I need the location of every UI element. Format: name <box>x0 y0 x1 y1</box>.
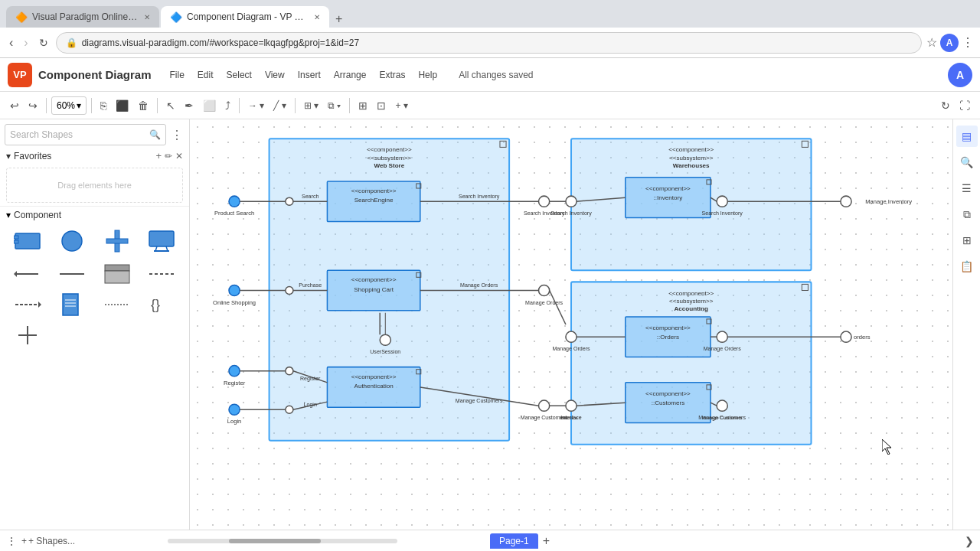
arrange-tool[interactable]: ⧉ ▾ <box>324 98 345 113</box>
menu-select[interactable]: Select <box>220 67 258 83</box>
svg-point-91 <box>566 400 577 411</box>
refresh-button[interactable]: ↻ <box>937 97 954 114</box>
lock-icon: 🔒 <box>66 37 77 48</box>
bookmark-button[interactable]: ☆ <box>926 34 937 52</box>
add-icon: + <box>21 536 27 546</box>
shape-uml[interactable] <box>96 260 139 288</box>
undo-button[interactable]: ↩ <box>6 97 23 114</box>
bottom-options-btn[interactable]: ⋮ <box>6 535 17 547</box>
shape-dashes[interactable] <box>140 260 183 288</box>
stencils-panel-button[interactable]: ⊞ <box>956 230 978 251</box>
svg-point-3 <box>62 231 82 251</box>
svg-text:<<component>>: <<component>> <box>645 390 691 397</box>
svg-text:Warehouses: Warehouses <box>673 162 710 169</box>
shape-doc[interactable] <box>51 291 93 318</box>
tab-close-1[interactable]: ✕ <box>144 13 150 21</box>
tab-close-2[interactable]: ✕ <box>314 13 320 21</box>
zoom-selector[interactable]: 60% ▾ <box>51 96 87 115</box>
favorites-drop-zone: Drag elements here <box>6 168 183 203</box>
shape-line[interactable] <box>51 260 93 288</box>
rect-tool[interactable]: ⬜ <box>199 97 220 114</box>
reload-button[interactable]: ↻ <box>36 34 51 52</box>
shape-arrow-left[interactable] <box>6 260 49 288</box>
svg-text:::Inventory: ::Inventory <box>654 194 684 201</box>
url-bar[interactable]: 🔒 diagrams.visual-paradigm.com/#workspac… <box>56 32 922 54</box>
add-favorite-button[interactable]: + <box>155 150 162 161</box>
chevron-down-icon-2: ▾ <box>6 210 11 220</box>
delete-button[interactable]: 🗑 <box>134 97 152 114</box>
fullscreen-button[interactable]: ⛶ <box>956 97 974 114</box>
menu-bar: File Edit Select View Insert Arrange Ext… <box>164 67 444 83</box>
arrow-tool[interactable]: → ▾ <box>244 98 268 113</box>
add-tool[interactable]: + ▾ <box>391 98 411 113</box>
templates-panel-button[interactable]: 📋 <box>956 256 978 277</box>
waypoint-tool[interactable]: ⊞ ▾ <box>300 98 322 113</box>
main-layout: Search Shapes 🔍 ⋮ ▾ Favorites + ✏ ✕ Drag… <box>0 119 980 530</box>
search-container[interactable]: Search Shapes 🔍 <box>5 124 166 145</box>
paste-button[interactable]: ⬛ <box>112 97 132 114</box>
connect-tool[interactable]: ⤴ <box>221 97 234 114</box>
line-style-tool[interactable]: ╱ ▾ <box>270 98 289 113</box>
menu-extras[interactable]: Extras <box>373 67 411 83</box>
canvas-area[interactable]: <<component>> <<subsystem>> Web Store <<… <box>190 119 952 530</box>
format-panel-button[interactable]: ▤ <box>956 126 978 147</box>
properties-panel-button[interactable]: ☰ <box>956 178 978 199</box>
grid-tool[interactable]: ⊞ <box>354 97 371 114</box>
shape-curly-braces[interactable]: {} <box>140 291 183 318</box>
shapes-btn[interactable]: + + Shapes... <box>21 536 75 546</box>
svg-point-83 <box>539 285 550 295</box>
close-favorite-button[interactable]: ✕ <box>175 150 183 161</box>
shape-cross[interactable] <box>96 225 139 257</box>
svg-text:Manage Orders: Manage Orders <box>552 346 590 352</box>
horizontal-scrollbar[interactable] <box>168 539 397 543</box>
search-panel-button[interactable]: 🔍 <box>956 152 978 173</box>
tab-component-diagram[interactable]: 🔷 Component Diagram - VP Online ✕ <box>161 6 329 28</box>
svg-text:<<component>>: <<component>> <box>645 185 691 192</box>
add-page-btn[interactable]: + <box>543 534 550 548</box>
menu-button[interactable]: ⋮ <box>962 34 974 52</box>
menu-insert[interactable]: Insert <box>292 67 327 83</box>
svg-point-77 <box>539 196 550 207</box>
pen-tool[interactable]: ✒ <box>181 97 198 114</box>
user-profile-button[interactable]: A <box>940 34 959 52</box>
user-avatar[interactable]: A <box>948 63 972 87</box>
fit-tool[interactable]: ⊡ <box>373 97 390 114</box>
shape-arrow-right-dbl[interactable] <box>6 291 49 318</box>
shape-sphere[interactable] <box>51 225 93 257</box>
shape-plus-cross[interactable] <box>6 321 49 349</box>
new-tab-button[interactable]: + <box>331 12 347 26</box>
panel-menu-button[interactable]: ⋮ <box>169 126 185 144</box>
expand-panel-btn[interactable]: ❯ <box>965 535 974 547</box>
svg-text:Register: Register <box>300 376 321 382</box>
copy-button[interactable]: ⎘ <box>96 97 110 114</box>
redo-button[interactable]: ↪ <box>24 97 41 114</box>
toolbar-separator-5 <box>295 98 296 113</box>
app-title: Component Diagram <box>38 68 152 81</box>
svg-point-87 <box>717 331 727 342</box>
shape-monitor[interactable] <box>140 225 183 257</box>
svg-rect-6 <box>149 231 174 246</box>
menu-file[interactable]: File <box>164 67 191 83</box>
favorites-header[interactable]: ▾ Favorites + ✏ ✕ <box>0 147 189 165</box>
svg-point-118 <box>286 367 293 375</box>
layers-panel-button[interactable]: ⧉ <box>956 204 978 225</box>
svg-text:Search Inventory: Search Inventory <box>702 210 743 217</box>
menu-edit[interactable]: Edit <box>191 67 220 83</box>
nav-bar: ‹ › ↻ 🔒 diagrams.visual-paradigm.com/#wo… <box>0 28 980 58</box>
menu-help[interactable]: Help <box>412 67 443 83</box>
menu-view[interactable]: View <box>259 67 291 83</box>
back-button[interactable]: ‹ <box>6 33 16 53</box>
shape-component-rect[interactable] <box>6 225 49 257</box>
svg-point-98 <box>286 197 293 205</box>
component-section: ▾ Component <box>0 206 189 350</box>
svg-point-122 <box>286 406 293 413</box>
pointer-tool[interactable]: ↖ <box>162 97 179 114</box>
component-header[interactable]: ▾ Component <box>0 206 189 223</box>
tab-vp-online[interactable]: 🔶 Visual Paradigm Online Diagram ✕ <box>6 6 159 28</box>
menu-arrange[interactable]: Arrange <box>328 67 373 83</box>
edit-favorite-button[interactable]: ✏ <box>165 150 172 161</box>
svg-text:<<subsystem>>: <<subsystem>> <box>368 155 412 161</box>
shape-dash-line2[interactable] <box>96 291 139 318</box>
forward-button[interactable]: › <box>21 33 31 53</box>
page-tab[interactable]: Page-1 <box>490 533 538 549</box>
